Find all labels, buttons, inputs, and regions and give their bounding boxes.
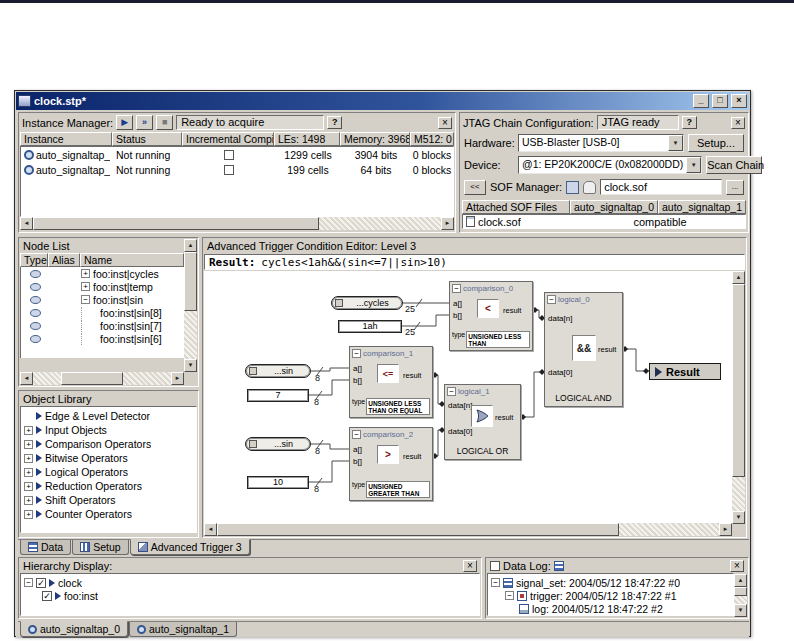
column-header-type[interactable]: Type bbox=[20, 253, 48, 267]
bus-node-cycles[interactable]: ...cycles bbox=[331, 296, 403, 310]
incremental-compile-checkbox[interactable] bbox=[224, 165, 234, 175]
hardware-select[interactable]: USB-Blaster [USB-0] ▼ bbox=[518, 134, 684, 152]
tab-data[interactable]: Data bbox=[20, 540, 71, 555]
bus-node-sin-1[interactable]: ...sin bbox=[245, 364, 311, 378]
column-header-attached-sof[interactable]: Attached SOF Files bbox=[462, 200, 570, 214]
tree-expand-icon[interactable]: + bbox=[81, 282, 90, 291]
list-item[interactable]: foo:inst|sin[6] bbox=[21, 332, 184, 345]
node-collapse-icon[interactable]: − bbox=[352, 349, 361, 358]
data-log-close-icon[interactable]: × bbox=[730, 560, 744, 572]
data-log-checkbox[interactable] bbox=[490, 561, 500, 571]
dropdown-icon[interactable]: ▼ bbox=[686, 157, 701, 173]
scroll-up-icon[interactable]: ▲ bbox=[732, 271, 745, 284]
constant-node-7[interactable]: 7 bbox=[247, 389, 309, 402]
tree-collapse-icon[interactable]: − bbox=[81, 295, 90, 304]
scrollbar-thumb[interactable] bbox=[732, 284, 745, 477]
list-item[interactable]: +foo:inst|temp bbox=[21, 280, 184, 293]
scroll-left-icon[interactable]: ◄ bbox=[20, 372, 33, 385]
scrollbar-track[interactable] bbox=[732, 284, 745, 511]
scroll-left-icon[interactable]: ◄ bbox=[20, 217, 33, 230]
list-item[interactable]: foo:inst|sin[7] bbox=[21, 319, 184, 332]
result-node[interactable]: Result bbox=[649, 363, 721, 380]
scrollbar-track[interactable] bbox=[184, 252, 197, 359]
node-list-horizontal-scrollbar[interactable]: ◄ ► bbox=[20, 372, 184, 385]
tree-expand-icon[interactable]: + bbox=[24, 440, 33, 449]
tree-expand-icon[interactable]: + bbox=[24, 454, 33, 463]
jtag-help-button[interactable]: ? bbox=[682, 116, 697, 129]
list-item[interactable]: − ✓ clock bbox=[24, 576, 476, 589]
column-header-signaltap0[interactable]: auto_signaltap_0 bbox=[570, 200, 658, 214]
collapse-sof-button[interactable]: << bbox=[464, 180, 486, 195]
table-row[interactable]: auto_signaltap_0 Not running 1299 cells … bbox=[21, 147, 453, 162]
column-header-status[interactable]: Status bbox=[112, 132, 182, 146]
list-item[interactable]: −foo:inst|sin bbox=[21, 293, 184, 306]
tree-collapse-icon[interactable]: − bbox=[491, 578, 500, 587]
attached-sof-row[interactable]: clock.sof compatible bbox=[462, 214, 746, 229]
column-header-memory[interactable]: Memory: 3968 bbox=[340, 132, 410, 146]
scroll-right-icon[interactable]: ► bbox=[171, 372, 184, 385]
tab-advanced-trigger-3[interactable]: Advanced Trigger 3 bbox=[130, 539, 250, 555]
comparison-node-0[interactable]: −comparison_0 a[] b[] < result type UNSI… bbox=[449, 281, 533, 351]
scrollbar-track[interactable] bbox=[217, 523, 719, 536]
table-row[interactable]: auto_signaltap_1 Not running 199 cells 6… bbox=[21, 162, 453, 177]
scrollbar-thumb[interactable] bbox=[217, 523, 619, 536]
scroll-down-icon[interactable]: ▼ bbox=[732, 511, 745, 524]
list-item[interactable]: +Shift Operators bbox=[21, 493, 196, 507]
column-header-incremental-compile[interactable]: Incremental Compile bbox=[182, 132, 274, 146]
minimize-button[interactable]: _ bbox=[693, 94, 709, 108]
tree-expand-icon[interactable]: + bbox=[24, 426, 33, 435]
list-item[interactable]: +Bitwise Operators bbox=[21, 451, 196, 465]
run-analysis-icon[interactable]: ▶ bbox=[116, 115, 133, 130]
editor-horizontal-scrollbar[interactable]: ◄ ► bbox=[204, 523, 732, 536]
close-button[interactable]: × bbox=[731, 94, 747, 108]
column-header-alias[interactable]: Alias bbox=[48, 253, 80, 267]
column-header-les[interactable]: LEs: 1498 bbox=[274, 132, 340, 146]
hierarchy-close-icon[interactable]: × bbox=[463, 560, 477, 572]
setup-button[interactable]: Setup... bbox=[688, 134, 744, 152]
trigger-canvas[interactable]: ...cycles 25 1ah 25 ...sin 8 7 8 ...sin bbox=[204, 271, 734, 524]
jtag-close-icon[interactable]: × bbox=[731, 117, 745, 129]
list-item[interactable]: − signal_set: 2004/05/12 18:47:22 #0 bbox=[491, 576, 730, 589]
node-collapse-icon[interactable]: − bbox=[352, 430, 361, 439]
list-item[interactable]: +Comparison Operators bbox=[21, 437, 196, 451]
tree-expand-icon[interactable]: + bbox=[81, 269, 90, 278]
node-collapse-icon[interactable]: − bbox=[447, 387, 456, 396]
scroll-right-icon[interactable]: ► bbox=[441, 217, 454, 230]
incremental-compile-checkbox[interactable] bbox=[224, 150, 234, 160]
comparison-type-select[interactable]: UNSIGNED LESS THAN bbox=[466, 331, 530, 348]
window-titlebar[interactable]: clock.stp* _ □ × bbox=[16, 92, 749, 110]
column-header-signaltap1[interactable]: auto_signaltap_1 bbox=[658, 200, 746, 214]
tab-setup[interactable]: Setup bbox=[72, 540, 128, 555]
list-item[interactable]: log: 2004/05/12 18:47:22 #2 bbox=[491, 602, 730, 615]
list-item[interactable]: +Counter Operators bbox=[21, 507, 196, 521]
comparison-type-select[interactable]: UNSIGNED LESS THAN OR EQUAL TO bbox=[366, 398, 430, 415]
list-item[interactable]: Edge & Level Detector bbox=[21, 409, 196, 423]
node-collapse-icon[interactable]: − bbox=[452, 284, 461, 293]
list-item[interactable]: foo:inst|sin[8] bbox=[21, 306, 184, 319]
logical-node-and[interactable]: −logical_0 data[n] data[0] && result LOG… bbox=[544, 292, 623, 407]
hierarchy-checkbox[interactable]: ✓ bbox=[36, 578, 46, 588]
scroll-up-icon[interactable]: ▲ bbox=[184, 239, 197, 252]
logical-node-or[interactable]: −logical_1 data[n] data[0] result LOGICA… bbox=[444, 384, 521, 460]
hierarchy-checkbox[interactable]: ✓ bbox=[42, 591, 52, 601]
instance-manager-horizontal-scrollbar[interactable]: ◄ ► bbox=[20, 217, 454, 230]
node-list-vertical-scrollbar[interactable]: ▲ ▼ bbox=[184, 239, 197, 372]
browse-sof-button[interactable]: ... bbox=[726, 180, 744, 195]
comparison-type-select[interactable]: UNSIGNED GREATER THAN bbox=[366, 481, 430, 498]
tree-expand-icon[interactable]: + bbox=[24, 468, 33, 477]
node-collapse-icon[interactable]: − bbox=[547, 295, 556, 304]
column-header-m512[interactable]: M512: 0 bbox=[410, 132, 454, 146]
tab-auto-signaltap-1[interactable]: auto_signaltap_1 bbox=[129, 622, 237, 637]
editor-vertical-scrollbar[interactable]: ▲ ▼ bbox=[732, 271, 745, 524]
tree-expand-icon[interactable]: + bbox=[24, 510, 33, 519]
scroll-down-icon[interactable]: ▼ bbox=[734, 604, 747, 617]
scrollbar-track[interactable] bbox=[33, 372, 171, 385]
list-item[interactable]: +Input Objects bbox=[21, 423, 196, 437]
tree-expand-icon[interactable]: + bbox=[24, 496, 33, 505]
maximize-button[interactable]: □ bbox=[712, 94, 728, 108]
scroll-up-icon[interactable]: ▲ bbox=[734, 574, 747, 587]
scrollbar-thumb[interactable] bbox=[184, 252, 197, 311]
tree-expand-icon[interactable]: + bbox=[24, 482, 33, 491]
scrollbar-track[interactable] bbox=[33, 217, 441, 230]
tab-auto-signaltap-0[interactable]: auto_signaltap_0 bbox=[20, 621, 128, 637]
